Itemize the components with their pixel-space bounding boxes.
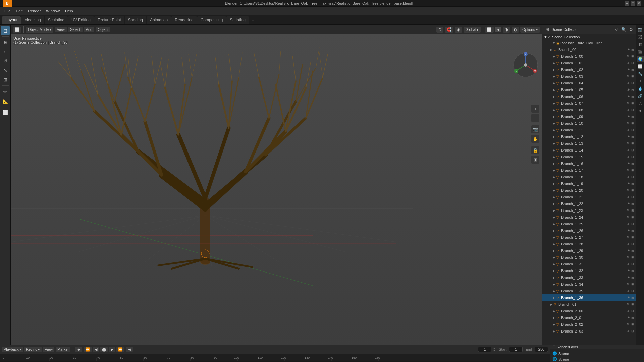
item-restrict-btn[interactable]: ⊠ xyxy=(631,162,635,165)
outliner-item-branch-1-18[interactable]: ▶ ▽ Branch_1_18 👁 ⊠ xyxy=(542,174,636,180)
zoom-in-button[interactable]: + xyxy=(531,105,539,113)
item-restrict-btn[interactable]: ⊠ xyxy=(631,276,635,279)
item-hide-btn[interactable]: 👁 xyxy=(626,216,630,219)
tab-modeling[interactable]: Modeling xyxy=(21,16,44,24)
outliner-item-branch-1-16[interactable]: ▶ ▽ Branch_1_16 👁 ⊠ xyxy=(542,160,636,167)
constraints-icon[interactable]: 🔗 xyxy=(637,93,644,99)
item-hide-btn[interactable]: 👁 xyxy=(626,169,630,172)
item-restrict-btn[interactable]: ⊠ xyxy=(631,189,635,192)
outliner-item-branch-1-30[interactable]: ▶ ▽ Branch_1_30 👁 ⊠ xyxy=(542,254,636,261)
item-hide-btn[interactable]: 👁 xyxy=(626,81,630,85)
proportional-edit-button[interactable]: ⊙ xyxy=(436,27,443,33)
item-hide-btn[interactable]: 👁 xyxy=(626,269,630,273)
scene-row[interactable]: 🌐 Scene xyxy=(552,351,642,356)
item-restrict-btn[interactable]: ⊠ xyxy=(631,148,635,152)
step-fwd-button[interactable]: ⏩ xyxy=(116,347,124,352)
item-restrict-btn[interactable]: ⊠ xyxy=(631,115,635,118)
object-mode-dropdown[interactable]: Object Mode ▾ xyxy=(26,27,53,33)
outliner-item-branch-1-25[interactable]: ▶ ▽ Branch_1_25 👁 ⊠ xyxy=(542,221,636,227)
item-hide-btn[interactable]: 👁 xyxy=(626,222,630,226)
view-menu-button[interactable]: View xyxy=(55,27,67,32)
select-menu-button[interactable]: Select xyxy=(68,27,83,32)
navigation-gizmo[interactable]: Z X Y xyxy=(512,51,540,79)
outliner-item-branch-1-29[interactable]: ▶ ▽ Branch_1_29 👁 ⊠ xyxy=(542,247,636,254)
item-restrict-btn[interactable]: ⊠ xyxy=(631,61,635,65)
cursor-tool-button[interactable]: ⊕ xyxy=(1,38,10,47)
outliner-item-branch-1-03[interactable]: ▶ ▽ Branch_1_03 👁 ⊠ xyxy=(542,73,636,80)
world-properties-icon[interactable]: 🌍 xyxy=(637,56,644,62)
editor-type-button[interactable]: ⬜ xyxy=(13,27,21,33)
item-restrict-btn[interactable]: ⊠ xyxy=(631,88,635,92)
item-hide-btn[interactable]: 👁 xyxy=(626,256,630,259)
data-properties-icon[interactable]: △ xyxy=(637,100,644,107)
settings-icon[interactable]: ⚙ xyxy=(628,26,634,33)
viewport-shading-material[interactable]: ◑ xyxy=(503,27,510,33)
tab-scripting[interactable]: Scripting xyxy=(226,16,249,24)
item-restrict-btn[interactable]: ⊠ xyxy=(631,81,635,85)
zoom-out-button[interactable]: − xyxy=(531,114,539,122)
search-icon[interactable]: 🔍 xyxy=(621,26,627,33)
camera-view-button[interactable]: 📷 xyxy=(531,125,539,133)
item-hide-btn[interactable]: 👁 xyxy=(626,142,630,145)
viewport-canvas[interactable]: Z X Y + − 📷 xyxy=(11,34,542,345)
tab-sculpting[interactable]: Sculpting xyxy=(45,16,68,24)
item-hide-btn[interactable]: 👁 xyxy=(626,68,630,71)
outliner-item-branch-1-04[interactable]: ▶ ▽ Branch_1_04 👁 ⊠ xyxy=(542,80,636,86)
item-restrict-btn[interactable]: ⊠ xyxy=(631,175,635,179)
outliner-scene-collection[interactable]: ▼ 🗂 Scene Collection xyxy=(542,34,636,40)
keying-dropdown[interactable]: Keying ▾ xyxy=(24,347,42,352)
object-menu-button[interactable]: Object xyxy=(96,27,110,32)
outliner-item-branch-1-10[interactable]: ▶ ▽ Branch_1_10 👁 ⊠ xyxy=(542,120,636,127)
item-restrict-btn[interactable]: ⊠ xyxy=(631,169,635,172)
item-hide-btn[interactable]: 👁 xyxy=(626,108,630,112)
tab-animation[interactable]: Animation xyxy=(147,16,171,24)
item-restrict-btn[interactable]: ⊠ xyxy=(631,142,635,145)
outliner-item-branch-1-33[interactable]: ▶ ▽ Branch_1_33 👁 ⊠ xyxy=(542,274,636,281)
play-button[interactable]: ▶ xyxy=(109,347,115,352)
item-hide-btn[interactable]: 👁 xyxy=(626,303,630,306)
jump-start-button[interactable]: ⏮ xyxy=(75,347,82,352)
item-restrict-btn[interactable]: ⊠ xyxy=(631,182,635,185)
outliner-item-branch-1-19[interactable]: ▶ ▽ Branch_1_19 👁 ⊠ xyxy=(542,180,636,187)
outliner-item-branch-1-26[interactable]: ▶ ▽ Branch_1_26 👁 ⊠ xyxy=(542,227,636,234)
filter-icon[interactable]: ▽ xyxy=(613,26,619,33)
outliner-item-branch-1-02[interactable]: ▶ ▽ Branch_1_02 👁 ⊠ xyxy=(542,66,636,73)
outliner-item-branch-1-08[interactable]: ▶ ▽ Branch_1_08 👁 ⊠ xyxy=(542,107,636,113)
outliner-item-branch-1-09[interactable]: ▶ ▽ Branch_1_09 👁 ⊠ xyxy=(542,113,636,120)
rotate-tool-button[interactable]: ↺ xyxy=(1,57,10,65)
tab-uv-editing[interactable]: UV Editing xyxy=(68,16,94,24)
outliner-item-branch-1-05[interactable]: ▶ ▽ Branch_1_05 👁 ⊠ xyxy=(542,86,636,93)
item-hide-btn[interactable]: 👁 xyxy=(626,128,630,132)
add-cube-button[interactable]: ⬜ xyxy=(1,108,10,117)
item-restrict-btn[interactable]: ⊠ xyxy=(631,209,635,212)
add-menu-button[interactable]: Add xyxy=(84,27,95,32)
viewport-3d[interactable]: ⬜ Object Mode ▾ View Select Add Object ⊙… xyxy=(11,25,542,345)
timeline-ruler[interactable]: 0 10 20 30 40 50 60 70 80 90 100 110 120… xyxy=(0,354,550,361)
item-restrict-btn[interactable]: ⊠ xyxy=(631,323,635,326)
item-restrict-btn[interactable]: ⊠ xyxy=(631,269,635,273)
item-hide-btn[interactable]: 👁 xyxy=(626,262,630,266)
item-hide-btn[interactable]: 👁 xyxy=(626,329,630,333)
particles-icon[interactable]: ✦ xyxy=(637,78,644,84)
outliner-item-branch-1-17[interactable]: ▶ ▽ Branch_1_17 👁 ⊠ xyxy=(542,167,636,174)
viewport-shading-solid[interactable]: ● xyxy=(495,27,501,32)
item-restrict-btn[interactable]: ⊠ xyxy=(631,75,635,78)
modifier-properties-icon[interactable]: 🔧 xyxy=(637,70,644,77)
item-hide-btn[interactable]: 👁 xyxy=(626,102,630,105)
outliner-item-branch-1-24[interactable]: ▶ ▽ Branch_1_24 👁 ⊠ xyxy=(542,214,636,221)
tab-rendering[interactable]: Rendering xyxy=(171,16,197,24)
item-restrict-btn[interactable]: ⊠ xyxy=(631,256,635,259)
outliner-item-branch-1-28[interactable]: ▶ ▽ Branch_1_28 👁 ⊠ xyxy=(542,241,636,247)
scene-properties-icon[interactable]: 🎬 xyxy=(637,48,644,55)
select-tool-button[interactable]: ◻ xyxy=(1,26,10,35)
view-layer-icon[interactable]: ◧ xyxy=(637,41,644,48)
item-hide-btn[interactable]: 👁 xyxy=(626,249,630,252)
item-hide-btn[interactable]: 👁 xyxy=(626,209,630,212)
playback-dropdown[interactable]: Playback ▾ xyxy=(2,347,23,352)
outliner-item-branch-1-20[interactable]: ▶ ▽ Branch_1_20 👁 ⊠ xyxy=(542,187,636,194)
transform-orientations-button[interactable]: Global ▾ xyxy=(464,27,481,33)
item-restrict-btn[interactable]: ⊠ xyxy=(631,249,635,252)
item-restrict-btn[interactable]: ⊠ xyxy=(631,195,635,199)
outliner-item-branch-2-02[interactable]: ▶ ▽ Branch_2_02 👁 ⊠ xyxy=(542,321,636,328)
menu-file[interactable]: File xyxy=(2,8,13,14)
